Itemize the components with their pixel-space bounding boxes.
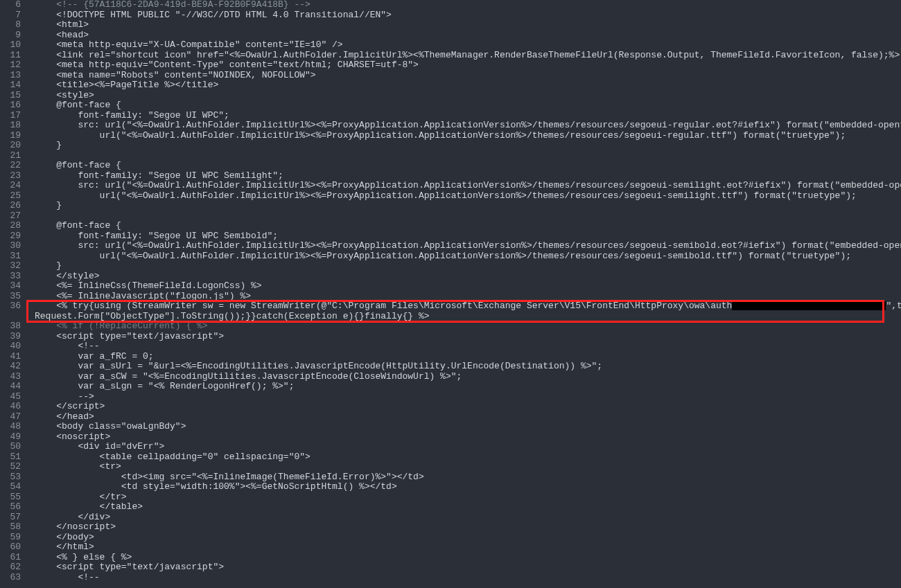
line-number: 58 (0, 522, 21, 533)
line-number: 17 (0, 111, 21, 121)
line-number: 22 (0, 161, 21, 171)
line-number: 55 (0, 492, 21, 503)
code-line[interactable]: Request.Form["ObjectType"].ToString());}… (26, 312, 901, 322)
code-line[interactable]: <table cellpadding="0" cellspacing="0"> (26, 452, 901, 463)
code-line[interactable]: font-family: "Segoe UI WPC"; (26, 111, 901, 121)
code-line[interactable]: font-family: "Segoe UI WPC Semibold"; (26, 231, 901, 242)
code-line[interactable] (26, 151, 901, 161)
code-line[interactable]: var a_fRC = 0; (26, 352, 901, 362)
code-line[interactable]: src: url("<%=OwaUrl.AuthFolder.ImplicitU… (26, 181, 901, 191)
code-line[interactable]: <!DOCTYPE HTML PUBLIC "-//W3C//DTD HTML … (26, 10, 901, 21)
code-line[interactable]: @font-face { (26, 161, 901, 171)
line-number: 57 (0, 513, 21, 523)
line-number: 45 (0, 392, 21, 402)
code-line[interactable]: <script type="text/javascript"> (26, 562, 901, 573)
code-line[interactable]: var a_sUrl = "&url=<%=EncodingUtilities.… (26, 362, 901, 372)
code-line[interactable]: <%= InlineJavascript("flogon.js") %> (26, 292, 901, 302)
code-line[interactable]: <meta http-equiv="Content-Type" content=… (26, 60, 901, 71)
code-line[interactable]: } (26, 201, 901, 211)
code-line[interactable]: url("<%=OwaUrl.AuthFolder.ImplicitUrl%><… (26, 131, 901, 141)
code-line[interactable]: <noscript> (26, 432, 901, 443)
line-number: 14 (0, 80, 21, 91)
line-number: 32 (0, 261, 21, 271)
code-line[interactable]: <html> (26, 20, 901, 30)
code-line[interactable]: var a_sCW = "<%=EncodingUtilities.Javasc… (26, 372, 901, 382)
code-line[interactable]: <!-- {57A118C6-2DA9-419d-BE9A-F92B0F9A41… (26, 0, 901, 10)
code-line[interactable]: </style> (26, 271, 901, 282)
code-line[interactable]: src: url("<%=OwaUrl.AuthFolder.ImplicitU… (26, 241, 901, 251)
code-line[interactable]: url("<%=OwaUrl.AuthFolder.ImplicitUrl%><… (26, 251, 901, 262)
line-number: 48 (0, 422, 21, 432)
code-line[interactable]: <% try{using (StreamWriter sw = new Stre… (26, 301, 901, 312)
code-line[interactable]: <% } else { %> (26, 553, 901, 563)
code-line[interactable]: src: url("<%=OwaUrl.AuthFolder.ImplicitU… (26, 121, 901, 131)
line-number: 46 (0, 402, 21, 412)
line-number: 30 (0, 241, 21, 251)
line-number: 47 (0, 412, 21, 422)
code-line[interactable]: <title><%=PageTitle %></title> (26, 80, 901, 91)
line-number: 12 (0, 60, 21, 71)
code-line[interactable]: <script type="text/javascript"> (26, 332, 901, 342)
code-line[interactable]: var a_sLgn = "<% RenderLogonHref(); %>"; (26, 382, 901, 392)
line-number: 24 (0, 181, 21, 191)
code-line[interactable]: } (26, 141, 901, 151)
code-line[interactable]: <!-- (26, 573, 901, 583)
line-number: 53 (0, 472, 21, 483)
line-number: 60 (0, 542, 21, 553)
code-line[interactable]: <%= InlineCss(ThemeFileId.LogonCss) %> (26, 281, 901, 292)
code-line[interactable]: </tr> (26, 492, 901, 503)
line-number: 56 (0, 502, 21, 513)
line-number: 15 (0, 91, 21, 101)
code-line[interactable]: <tr> (26, 462, 901, 472)
line-number (0, 312, 21, 322)
line-number-gutter: 6789101112131415161718192021222324252627… (0, 0, 26, 588)
code-line[interactable]: </html> (26, 542, 901, 553)
line-number: 33 (0, 271, 21, 282)
code-line[interactable]: </script> (26, 402, 901, 412)
code-line[interactable]: </noscript> (26, 522, 901, 533)
code-line[interactable]: <% if (!ReplaceCurrent) { %> (26, 321, 901, 332)
line-number: 6 (0, 0, 21, 10)
code-line[interactable]: </div> (26, 513, 901, 523)
code-line[interactable]: font-family: "Segoe UI WPC Semilight"; (26, 171, 901, 181)
code-line[interactable]: } (26, 261, 901, 271)
code-line[interactable]: <body class="owaLgnBdy"> (26, 422, 901, 432)
line-number: 28 (0, 221, 21, 231)
line-number: 52 (0, 462, 21, 472)
code-line[interactable]: --> (26, 392, 901, 402)
code-line[interactable]: <meta http-equiv="X-UA-Compatible" conte… (26, 40, 901, 51)
code-line[interactable]: <meta name="Robots" content="NOINDEX, NO… (26, 71, 901, 81)
line-number: 35 (0, 292, 21, 302)
line-number: 54 (0, 482, 21, 492)
line-number: 49 (0, 432, 21, 443)
code-line[interactable] (26, 211, 901, 222)
code-line[interactable]: url("<%=OwaUrl.AuthFolder.ImplicitUrl%><… (26, 191, 901, 202)
line-number: 62 (0, 562, 21, 573)
code-line[interactable]: </head> (26, 412, 901, 422)
redacted-block (732, 301, 886, 310)
line-number: 63 (0, 573, 21, 583)
line-number: 27 (0, 211, 21, 222)
code-line[interactable]: <td style="width:100%"><%=GetNoScriptHtm… (26, 482, 901, 492)
code-line[interactable]: <head> (26, 30, 901, 41)
code-editor[interactable]: 6789101112131415161718192021222324252627… (0, 0, 901, 588)
code-line[interactable]: @font-face { (26, 100, 901, 111)
code-line[interactable]: </body> (26, 533, 901, 543)
line-number: 25 (0, 191, 21, 202)
code-area[interactable]: <!-- {57A118C6-2DA9-419d-BE9A-F92B0F9A41… (26, 0, 901, 588)
line-number: 42 (0, 362, 21, 372)
code-line[interactable]: <style> (26, 91, 901, 101)
line-number: 39 (0, 332, 21, 342)
line-number: 41 (0, 352, 21, 362)
code-line[interactable]: <div id="dvErr"> (26, 442, 901, 452)
code-line[interactable]: @font-face { (26, 221, 901, 231)
code-line[interactable]: <!-- (26, 341, 901, 352)
code-line[interactable]: </table> (26, 502, 901, 513)
line-number: 7 (0, 10, 21, 21)
line-number: 43 (0, 372, 21, 382)
line-number: 8 (0, 20, 21, 30)
line-number: 16 (0, 100, 21, 111)
code-line[interactable]: <link rel="shortcut icon" href="<%=OwaUr… (26, 51, 901, 61)
code-line[interactable]: <td><img src="<%=InlineImage(ThemeFileId… (26, 472, 901, 483)
line-number: 50 (0, 442, 21, 452)
